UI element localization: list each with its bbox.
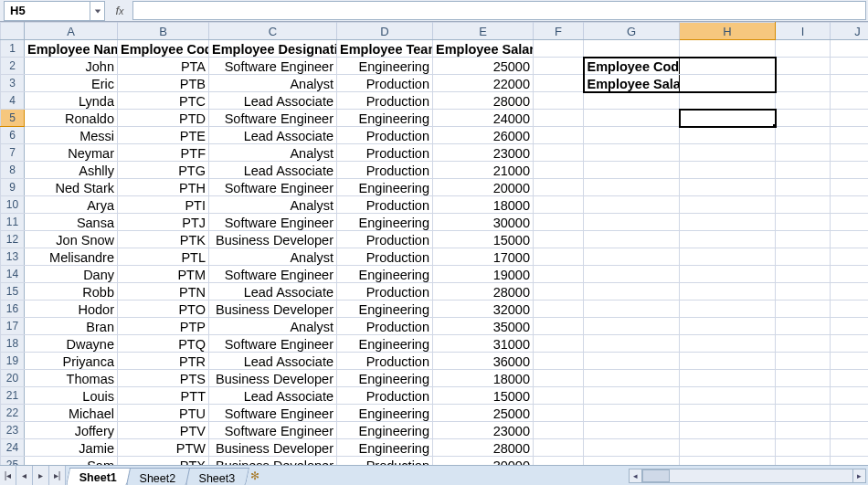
cell-A20[interactable]: Thomas: [25, 370, 118, 387]
cell-B5[interactable]: PTD: [118, 110, 209, 127]
row-header[interactable]: 17: [1, 318, 25, 335]
cell-C16[interactable]: Business Developer: [209, 300, 337, 318]
cell-F6[interactable]: [534, 127, 584, 144]
cell-H1[interactable]: [680, 40, 776, 58]
cell-C18[interactable]: Software Engineer: [209, 335, 337, 353]
cell-F18[interactable]: [534, 335, 584, 353]
cell-J12[interactable]: [831, 231, 869, 248]
cell-A11[interactable]: Sansa: [25, 214, 118, 231]
cell-H12[interactable]: [680, 231, 776, 248]
cell-G25[interactable]: [584, 457, 680, 466]
cell-C4[interactable]: Lead Associate: [209, 92, 337, 110]
scroll-right-arrow[interactable]: ▸: [852, 469, 865, 482]
cell-H13[interactable]: [680, 248, 776, 266]
cell-F24[interactable]: [534, 439, 584, 457]
cell-B6[interactable]: PTE: [118, 127, 209, 144]
cell-I7[interactable]: [776, 144, 831, 162]
cell-I24[interactable]: [776, 439, 831, 457]
horizontal-scrollbar[interactable]: ◂ ▸: [629, 469, 866, 483]
row-header[interactable]: 20: [1, 370, 25, 387]
cell-J1[interactable]: [831, 40, 869, 58]
cell-G23[interactable]: [584, 422, 680, 439]
cell-A14[interactable]: Dany: [25, 266, 118, 283]
cell-F11[interactable]: [534, 214, 584, 231]
cell-C14[interactable]: Software Engineer: [209, 266, 337, 283]
cell-H2[interactable]: [680, 58, 776, 75]
cell-I11[interactable]: [776, 214, 831, 231]
cell-H22[interactable]: [680, 405, 776, 422]
row-header[interactable]: 6: [1, 127, 25, 144]
cell-A1[interactable]: Employee Name: [25, 40, 118, 58]
row-header[interactable]: 3: [1, 75, 25, 92]
cell-D22[interactable]: Engineering: [337, 405, 433, 422]
row-header[interactable]: 23: [1, 422, 25, 439]
row-header[interactable]: 18: [1, 335, 25, 353]
scroll-left-arrow[interactable]: ◂: [630, 469, 642, 482]
cell-A7[interactable]: Neymar: [25, 144, 118, 162]
column-header-G[interactable]: G: [584, 23, 680, 40]
cell-J20[interactable]: [831, 370, 869, 387]
cell-E14[interactable]: 19000: [433, 266, 534, 283]
cell-G7[interactable]: [584, 144, 680, 162]
row-header[interactable]: 8: [1, 162, 25, 179]
cell-G8[interactable]: [584, 162, 680, 179]
cell-E10[interactable]: 18000: [433, 196, 534, 214]
cell-B21[interactable]: PTT: [118, 387, 209, 405]
cell-H16[interactable]: [680, 300, 776, 318]
cell-J6[interactable]: [831, 127, 869, 144]
row-header[interactable]: 11: [1, 214, 25, 231]
cell-A9[interactable]: Ned Stark: [25, 179, 118, 196]
cell-B10[interactable]: PTI: [118, 196, 209, 214]
cell-D11[interactable]: Engineering: [337, 214, 433, 231]
cell-I16[interactable]: [776, 300, 831, 318]
row-header[interactable]: 15: [1, 283, 25, 300]
cell-A15[interactable]: Robb: [25, 283, 118, 300]
cell-E1[interactable]: Employee Salary: [433, 40, 534, 58]
select-all-corner[interactable]: [1, 23, 25, 40]
cell-C2[interactable]: Software Engineer: [209, 58, 337, 75]
cell-B14[interactable]: PTM: [118, 266, 209, 283]
cell-A13[interactable]: Melisandre: [25, 248, 118, 266]
cell-E22[interactable]: 25000: [433, 405, 534, 422]
cell-F12[interactable]: [534, 231, 584, 248]
cell-A24[interactable]: Jamie: [25, 439, 118, 457]
cell-J5[interactable]: [831, 110, 869, 127]
cell-E8[interactable]: 21000: [433, 162, 534, 179]
cell-J19[interactable]: [831, 353, 869, 370]
cell-C21[interactable]: Lead Associate: [209, 387, 337, 405]
cell-F3[interactable]: [534, 75, 584, 92]
row-header[interactable]: 16: [1, 300, 25, 318]
cell-C5[interactable]: Software Engineer: [209, 110, 337, 127]
cell-A18[interactable]: Dwayne: [25, 335, 118, 353]
cell-F9[interactable]: [534, 179, 584, 196]
cell-G14[interactable]: [584, 266, 680, 283]
cell-G3[interactable]: Employee Salary: [584, 75, 680, 92]
cell-D15[interactable]: Production: [337, 283, 433, 300]
name-box-dropdown[interactable]: [90, 1, 105, 21]
cell-G6[interactable]: [584, 127, 680, 144]
cell-A19[interactable]: Priyanca: [25, 353, 118, 370]
cell-D1[interactable]: Employee Team: [337, 40, 433, 58]
column-header-A[interactable]: A: [25, 23, 118, 40]
cell-G19[interactable]: [584, 353, 680, 370]
cell-B3[interactable]: PTB: [118, 75, 209, 92]
cell-E4[interactable]: 28000: [433, 92, 534, 110]
cell-B16[interactable]: PTO: [118, 300, 209, 318]
cell-D17[interactable]: Production: [337, 318, 433, 335]
cell-B13[interactable]: PTL: [118, 248, 209, 266]
sheet-tab-sheet3[interactable]: Sheet3: [185, 468, 249, 485]
cell-I5[interactable]: [776, 110, 831, 127]
cell-H20[interactable]: [680, 370, 776, 387]
cell-D6[interactable]: Production: [337, 127, 433, 144]
row-header[interactable]: 22: [1, 405, 25, 422]
row-header[interactable]: 12: [1, 231, 25, 248]
row-header[interactable]: 21: [1, 387, 25, 405]
cell-B22[interactable]: PTU: [118, 405, 209, 422]
cell-E25[interactable]: 30000: [433, 457, 534, 466]
cell-F8[interactable]: [534, 162, 584, 179]
sheet-tab-sheet1[interactable]: Sheet1: [66, 468, 131, 485]
cell-E18[interactable]: 31000: [433, 335, 534, 353]
cell-E21[interactable]: 15000: [433, 387, 534, 405]
cell-G12[interactable]: [584, 231, 680, 248]
cell-C13[interactable]: Analyst: [209, 248, 337, 266]
